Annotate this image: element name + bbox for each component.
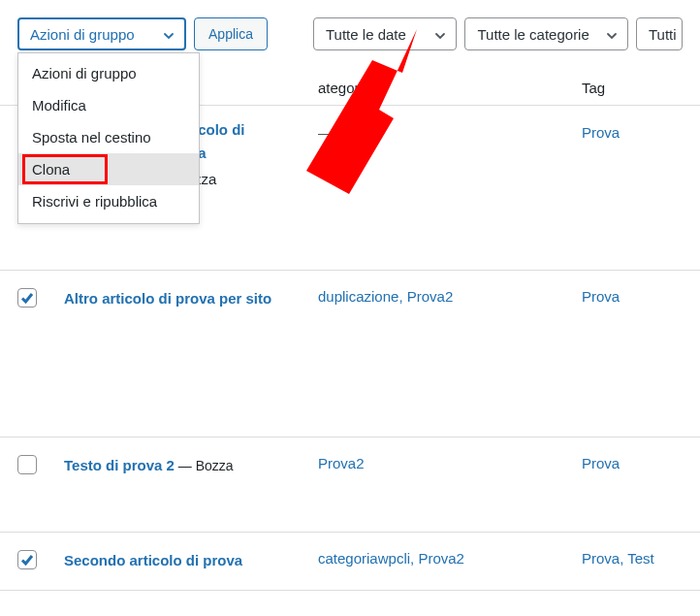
- row-checkbox[interactable]: [17, 550, 37, 569]
- dropdown-item[interactable]: Modifica: [18, 89, 199, 121]
- status-label: Tutti: [649, 26, 677, 43]
- row-tags-link[interactable]: Prova, Test: [582, 550, 654, 567]
- chevron-down-icon: [434, 28, 446, 40]
- dropdown-item[interactable]: Azioni di gruppo: [18, 57, 199, 89]
- table-row-categories-peek: —: [318, 124, 333, 141]
- row-categories-link[interactable]: categoriawpcli, Prova2: [318, 550, 464, 567]
- row-tags-link[interactable]: Prova: [582, 288, 620, 305]
- row-title-link[interactable]: Testo di prova 2: [64, 457, 175, 473]
- dropdown-item[interactable]: Clona: [18, 153, 199, 185]
- row-title-link[interactable]: Secondo articolo di prova: [64, 552, 242, 568]
- row-tags-link[interactable]: Prova: [582, 455, 620, 471]
- categories-label: Tutte le categorie: [477, 26, 589, 43]
- dropdown-item[interactable]: Riscrivi e ripubblica: [18, 185, 199, 217]
- categories-select[interactable]: Tutte le categorie: [464, 17, 628, 50]
- bulk-actions-dropdown: Azioni di gruppoModificaSposta nel cesti…: [17, 52, 200, 224]
- bulk-actions-select[interactable]: Azioni di gruppo: [17, 17, 186, 50]
- table-row: Secondo articolo di provacategoriawpcli,…: [0, 533, 700, 591]
- column-header-categories: ategorie: [318, 80, 370, 96]
- chevron-down-icon: [163, 28, 175, 40]
- dates-label: Tutte le date: [326, 26, 406, 43]
- table-row-tag-peek[interactable]: Prova: [582, 124, 620, 141]
- chevron-down-icon: [606, 28, 618, 40]
- table-row: Altro articolo di prova per sitoduplicaz…: [0, 271, 700, 438]
- column-header-tag: Tag: [582, 80, 605, 96]
- toolbar: Azioni di gruppo Applica Tutte le date T…: [0, 0, 700, 58]
- row-checkbox[interactable]: [17, 288, 37, 308]
- table-body: Altro articolo di prova per sitoduplicaz…: [0, 271, 700, 591]
- status-select[interactable]: Tutti: [636, 17, 683, 50]
- row-title-suffix: — Bozza: [175, 458, 234, 473]
- dropdown-item[interactable]: Sposta nel cestino: [18, 121, 199, 153]
- table-row-title-peek[interactable]: icolo di la: [194, 118, 245, 165]
- apply-button[interactable]: Applica: [194, 17, 268, 50]
- dates-select[interactable]: Tutte le date: [313, 17, 457, 50]
- bulk-actions-label: Azioni di gruppo: [30, 26, 135, 43]
- row-title-link[interactable]: Altro articolo di prova per sito: [64, 290, 271, 307]
- row-checkbox[interactable]: [17, 455, 37, 474]
- row-categories-link[interactable]: duplicazione, Prova2: [318, 288, 453, 305]
- annotation-highlight: [22, 154, 108, 184]
- row-categories-link[interactable]: Prova2: [318, 455, 365, 471]
- table-row: Testo di prova 2 — BozzaProva2Prova: [0, 438, 700, 533]
